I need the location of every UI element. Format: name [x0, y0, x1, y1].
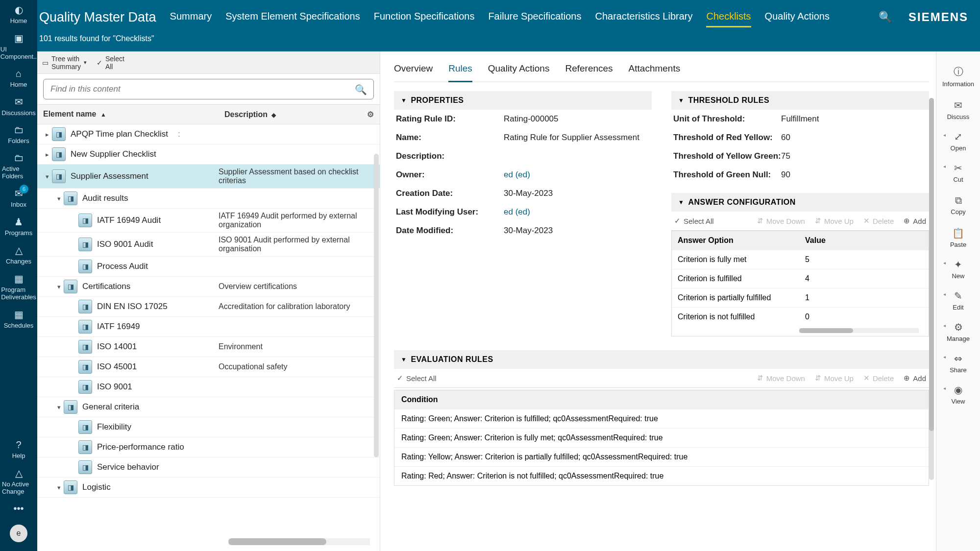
- select-all-button[interactable]: ✓ Select All: [397, 374, 437, 383]
- tree-row[interactable]: ◨ISO 45001Occupational safety: [37, 357, 380, 377]
- eval-row[interactable]: Rating: Green; Answer: Criterion is fulf…: [394, 409, 929, 428]
- add-button[interactable]: ⊕ Add: [904, 216, 926, 225]
- property-value[interactable]: ed (ed): [504, 207, 530, 217]
- tab-overview[interactable]: Overview: [394, 60, 433, 81]
- rr-edit[interactable]: ◂✎Edit: [936, 286, 980, 317]
- top-nav-system-element-specifications[interactable]: System Element Specifications: [225, 7, 360, 27]
- top-nav-quality-actions[interactable]: Quality Actions: [765, 7, 830, 27]
- horizontal-scrollbar[interactable]: [799, 328, 919, 333]
- rail-no-active-change[interactable]: △No Active Change: [0, 463, 37, 499]
- col-value[interactable]: Value: [799, 231, 929, 250]
- section-evaluation[interactable]: ▼EVALUATION RULES: [394, 350, 929, 369]
- rr-copy[interactable]: ⧉Copy: [936, 189, 980, 221]
- search-icon[interactable]: 🔍: [355, 84, 367, 96]
- tree-row[interactable]: ▾◨CertificationsOverview certifications: [37, 277, 380, 297]
- move-up-button[interactable]: ⇵ Move Up: [815, 216, 854, 225]
- chevron-icon[interactable]: ▾: [54, 283, 64, 290]
- tree-row[interactable]: ◨Process Audit: [37, 257, 380, 277]
- tree-row[interactable]: ▸◨New Supplier Checklist: [37, 144, 380, 165]
- eval-row[interactable]: Rating: Red; Answer: Criterion is not fu…: [394, 466, 929, 485]
- rr-view[interactable]: ◂◉View: [936, 380, 980, 411]
- select-all-button[interactable]: ✓ Select All: [674, 216, 714, 225]
- delete-button[interactable]: ✕ Delete: [863, 216, 894, 225]
- tree-row[interactable]: ▾◨Audit results: [37, 189, 380, 209]
- rail-home[interactable]: ◐Home: [0, 0, 37, 28]
- top-nav-function-specifications[interactable]: Function Specifications: [374, 7, 475, 27]
- answer-row[interactable]: Criterion is fulfilled4: [672, 269, 929, 288]
- avatar[interactable]: e: [10, 525, 27, 542]
- section-threshold[interactable]: ▼THRESHOLD RULES: [671, 91, 929, 110]
- col-element-name[interactable]: Element name ▲: [37, 105, 219, 124]
- chevron-icon[interactable]: ▾: [42, 173, 52, 180]
- rr-discuss[interactable]: ✉Discuss: [936, 94, 980, 126]
- tree-row[interactable]: ◨Price-performance ratio: [37, 437, 380, 457]
- answer-row[interactable]: Criterion is partially fulfilled1: [672, 288, 929, 307]
- horizontal-scrollbar[interactable]: [228, 538, 370, 545]
- rr-information[interactable]: ⓘInformation: [936, 59, 980, 94]
- vertical-scrollbar[interactable]: [374, 154, 379, 457]
- chevron-icon[interactable]: ▾: [54, 195, 64, 202]
- rr-new[interactable]: ◂✦New: [936, 254, 980, 286]
- answer-row[interactable]: Criterion is fully met5: [672, 250, 929, 269]
- property-value[interactable]: ed (ed): [504, 170, 530, 180]
- rail-ui-component-[interactable]: ▣UI Component..: [0, 28, 37, 64]
- gear-icon[interactable]: ⚙: [367, 110, 374, 119]
- move-down-button[interactable]: ⇵ Move Down: [757, 374, 805, 383]
- answer-row[interactable]: Criterion is not fulfilled0: [672, 307, 929, 326]
- search-input[interactable]: [43, 79, 374, 99]
- rail-home[interactable]: ⌂Home: [0, 64, 37, 92]
- rail-discussions[interactable]: ✉Discussions: [0, 92, 37, 120]
- rail-changes[interactable]: △Changes: [0, 240, 37, 269]
- top-nav-characteristics-library[interactable]: Characteristics Library: [595, 7, 693, 27]
- rail-folders[interactable]: 🗀Folders: [0, 120, 37, 148]
- tree-row[interactable]: ▸◨APQP Time plan Checklist:: [37, 124, 380, 144]
- top-nav-summary[interactable]: Summary: [170, 7, 212, 27]
- rail-schedules[interactable]: ▦Schedules: [0, 305, 37, 333]
- rail-help[interactable]: ?Help: [0, 435, 37, 463]
- tab-rules[interactable]: Rules: [448, 60, 472, 82]
- search-icon[interactable]: 🔍: [879, 11, 892, 24]
- tab-attachments[interactable]: Attachments: [629, 60, 681, 81]
- select-all-button[interactable]: ✓SelectAll: [97, 55, 124, 71]
- tree-row[interactable]: ◨IATF 16949 AuditIATF 16949 Audit perfor…: [37, 209, 380, 233]
- rr-cut[interactable]: ◂✂Cut: [936, 158, 980, 189]
- eval-row[interactable]: Rating: Yellow; Answer: Criterion is par…: [394, 447, 929, 466]
- rr-share[interactable]: ◂⇔Share: [936, 348, 980, 380]
- tree-row[interactable]: ◨Service behavior: [37, 457, 380, 478]
- rail-active-folders[interactable]: 🗀Active Folders: [0, 148, 37, 184]
- tree-row[interactable]: ◨ISO 9001 AuditISO 9001 Audit performed …: [37, 233, 380, 257]
- tree-row[interactable]: ◨IATF 16949: [37, 317, 380, 337]
- col-answer-option[interactable]: Answer Option: [672, 231, 799, 250]
- tree-row[interactable]: ◨ISO 14001Environment: [37, 337, 380, 357]
- rail-programs[interactable]: ♟Programs: [0, 212, 37, 240]
- top-nav-failure-specifications[interactable]: Failure Specifications: [488, 7, 581, 27]
- tree-row[interactable]: ▾◨Logistic: [37, 478, 380, 498]
- section-properties[interactable]: ▼PROPERTIES: [394, 91, 652, 110]
- add-button[interactable]: ⊕ Add: [904, 374, 926, 383]
- top-nav-checklists[interactable]: Checklists: [706, 7, 751, 27]
- tree-row[interactable]: ▾◨General criteria: [37, 397, 380, 417]
- rail-program-deliverables[interactable]: ▦Program Deliverables: [0, 269, 37, 305]
- tree-row[interactable]: ▾◨Supplier AssessmentSupplier Assessment…: [37, 165, 380, 189]
- eval-row[interactable]: Rating: Green; Answer: Criterion is full…: [394, 428, 929, 447]
- vertical-scrollbar[interactable]: [929, 98, 934, 480]
- delete-button[interactable]: ✕ Delete: [863, 374, 894, 383]
- section-answer-config[interactable]: ▼ANSWER CONFIGURATION: [671, 193, 929, 212]
- move-up-button[interactable]: ⇵ Move Up: [815, 374, 854, 383]
- tree-row[interactable]: ◨ISO 9001: [37, 377, 380, 397]
- chevron-icon[interactable]: ▾: [54, 484, 64, 491]
- rail-inbox[interactable]: ✉Inbox6: [0, 184, 37, 212]
- tab-references[interactable]: References: [565, 60, 612, 81]
- col-description[interactable]: Description ◆⚙: [219, 105, 380, 124]
- tab-quality-actions[interactable]: Quality Actions: [488, 60, 550, 81]
- tree-row[interactable]: ◨Flexibility: [37, 417, 380, 437]
- chevron-icon[interactable]: ▸: [42, 131, 52, 138]
- move-down-button[interactable]: ⇵ Move Down: [757, 216, 805, 225]
- chevron-icon[interactable]: ▾: [54, 404, 64, 411]
- tree-summary-toggle[interactable]: ▭Tree withSummary▾: [42, 55, 87, 71]
- chevron-icon[interactable]: ▸: [42, 151, 52, 158]
- rr-manage[interactable]: ◂⚙Manage: [936, 317, 980, 348]
- rr-paste[interactable]: 📋Paste: [936, 221, 980, 254]
- col-condition[interactable]: Condition: [394, 390, 929, 409]
- tree-row[interactable]: ◨DIN EN ISO 17025Accreditation for calib…: [37, 297, 380, 317]
